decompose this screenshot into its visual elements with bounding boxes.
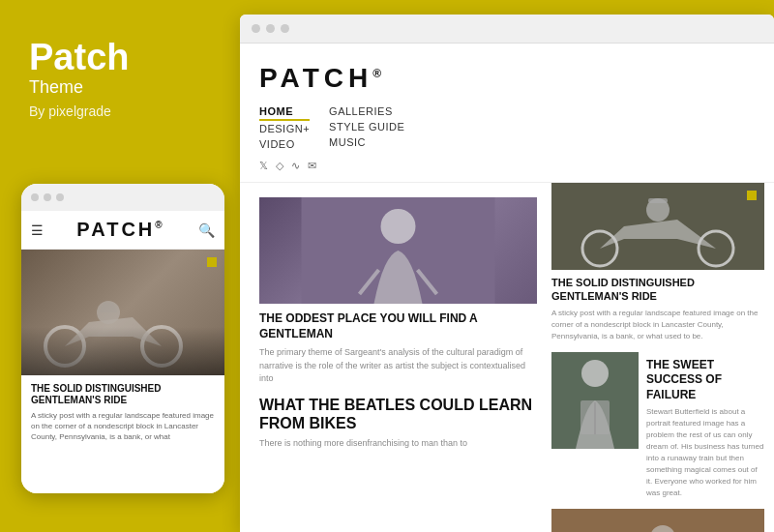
right-article-1-title: THE SOLID DISTINGUISHED GENTLEMAN'S RIDE (551, 276, 764, 304)
article-1-title: THE ODDEST PLACE YOU WILL FIND A GENTLEM… (259, 311, 537, 341)
site-nav: HOME DESIGN+ VIDEO GALLERIES STYLE GUIDE… (259, 103, 424, 152)
left-column: THE ODDEST PLACE YOU WILL FIND A GENTLEM… (240, 183, 551, 532)
right-article-2-text: Stewart Butterfield is about a portrait … (646, 406, 764, 499)
right-article-2-content: THE SWEET SUCCESS OF FAILURE Stewart But… (646, 352, 764, 500)
nav-music[interactable]: MUSIC (329, 134, 404, 150)
twitter-icon[interactable]: 𝕏 (259, 160, 268, 172)
browser-dot-1 (252, 24, 260, 33)
svg-point-5 (381, 209, 416, 244)
article-2-title: WHAT THE BEATLES COULD LEARN FROM BIKES (259, 396, 537, 432)
right-article-3 (551, 509, 764, 532)
mobile-logo-reg: ® (155, 220, 164, 230)
mobile-logo: PATCH® (76, 219, 164, 241)
nav-video[interactable]: VIDEO (259, 136, 310, 152)
right-article-1-accent (747, 191, 757, 200)
left-panel: Patch Theme By pixelgrade ☰ PATCH® 🔍 (0, 0, 240, 532)
nav-galleries[interactable]: GALLERIES (329, 103, 404, 119)
right-article-1-svg (551, 183, 764, 270)
mobile-yellow-accent (207, 257, 217, 267)
mobile-post-title: THE SOLID DISTINGUISHED GENTLEMAN'S RIDE (21, 375, 224, 410)
article-2-text: There is nothing more disenfranchising t… (259, 437, 537, 451)
article-1-svg (259, 197, 537, 304)
mobile-header: ☰ PATCH® 🔍 (21, 211, 224, 250)
mobile-content: ☰ PATCH® 🔍 THE SOLID DISTINGUISHED GENTL… (21, 211, 224, 493)
mobile-hero-image (21, 250, 224, 375)
browser-dot-2 (266, 24, 275, 33)
browser-mockup: PATCH® HOME DESIGN+ VIDEO GALLERIES STYL… (240, 15, 774, 532)
browser-bar (240, 15, 774, 44)
facebook-icon[interactable]: ◇ (276, 160, 283, 172)
browser-dot-3 (281, 24, 289, 33)
nav-style-guide[interactable]: STYLE GUIDE (329, 119, 404, 134)
site-logo-reg: ® (372, 67, 386, 80)
hamburger-icon[interactable]: ☰ (31, 222, 44, 238)
site-header: PATCH® HOME DESIGN+ VIDEO GALLERIES STYL… (240, 44, 774, 183)
right-article-1-text: A sticky post with a regular landscape f… (551, 308, 764, 342)
nav-home[interactable]: HOME (259, 103, 310, 121)
right-article-2-title: THE SWEET SUCCESS OF FAILURE (646, 358, 764, 403)
right-column: THE SOLID DISTINGUISHED GENTLEMAN'S RIDE… (551, 183, 774, 532)
site-logo: PATCH® (259, 63, 424, 94)
right-article-1-image (551, 183, 764, 270)
browser-main: PATCH® HOME DESIGN+ VIDEO GALLERIES STYL… (240, 44, 774, 532)
mobile-hero-overlay (21, 327, 224, 375)
mobile-dot-2 (44, 193, 51, 201)
right-article-2-image (551, 352, 639, 449)
article-1-image (259, 197, 537, 304)
rss-icon[interactable]: ∿ (291, 160, 300, 172)
mobile-mockup: ☰ PATCH® 🔍 THE SOLID DISTINGUISHED GENTL… (21, 184, 224, 493)
nav-col-2: GALLERIES STYLE GUIDE MUSIC (329, 103, 404, 152)
site-social: 𝕏 ◇ ∿ ✉ (259, 160, 424, 172)
right-article-2: THE SWEET SUCCESS OF FAILURE Stewart But… (551, 352, 764, 500)
mobile-post-text: A sticky post with a regular landscape f… (21, 410, 224, 443)
svg-point-14 (581, 360, 609, 387)
nav-design[interactable]: DESIGN+ (259, 121, 310, 136)
email-icon[interactable]: ✉ (308, 160, 316, 172)
right-article-3-svg (551, 509, 764, 532)
mobile-top-bar (21, 184, 224, 211)
nav-col-1: HOME DESIGN+ VIDEO (259, 103, 310, 152)
right-article-3-image (551, 509, 764, 532)
right-article-2-svg (551, 352, 639, 449)
article-1-text: The primary theme of Sargeant's analysis… (259, 346, 537, 386)
svg-rect-12 (648, 198, 668, 203)
mobile-dot-3 (56, 193, 64, 201)
mobile-search-icon[interactable]: 🔍 (198, 222, 215, 238)
mobile-dot-1 (31, 193, 39, 201)
right-article-1: THE SOLID DISTINGUISHED GENTLEMAN'S RIDE… (551, 183, 764, 342)
content-grid: THE ODDEST PLACE YOU WILL FIND A GENTLEM… (240, 183, 774, 532)
theme-subtitle: Theme (29, 77, 211, 98)
theme-author: By pixelgrade (29, 103, 211, 119)
theme-title: Patch (29, 39, 211, 75)
